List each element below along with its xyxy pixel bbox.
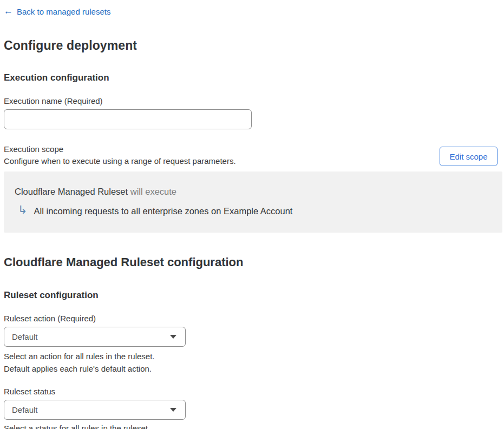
- ruleset-status-select[interactable]: Default: [4, 400, 186, 420]
- ruleset-configuration-title: Cloudflare Managed Ruleset configuration: [4, 255, 498, 269]
- hook-arrow-icon: ↳: [18, 204, 28, 216]
- ruleset-status-label: Ruleset status: [4, 386, 498, 397]
- page-title: Configure deployment: [4, 38, 498, 53]
- dropdown-caret-icon: [170, 335, 176, 339]
- execution-scope-label: Execution scope: [4, 143, 236, 155]
- ruleset-action-select[interactable]: Default: [4, 327, 186, 347]
- ruleset-configuration-subheading: Ruleset configuration: [4, 290, 498, 301]
- dropdown-caret-icon: [170, 408, 176, 412]
- execution-scope-text: Execution scope Configure when to execut…: [4, 143, 236, 167]
- execution-configuration-heading: Execution configuration: [4, 72, 498, 83]
- execution-name-input[interactable]: [4, 109, 252, 129]
- scope-summary-headline: Cloudflare Managed Ruleset will execute: [15, 186, 490, 197]
- back-arrow-icon: ←: [4, 6, 13, 16]
- edit-scope-button[interactable]: Edit scope: [440, 147, 498, 166]
- ruleset-action-selected-value: Default: [12, 332, 38, 341]
- ruleset-action-help-line1: Select an action for all rules in the ru…: [4, 351, 498, 363]
- execution-scope-description: Configure when to execute using a range …: [4, 155, 236, 167]
- ruleset-name-text: Cloudflare Managed Ruleset: [15, 187, 128, 196]
- scope-summary-panel: Cloudflare Managed Ruleset will execute …: [4, 171, 502, 233]
- back-to-managed-rulesets-link[interactable]: ← Back to managed rulesets: [4, 6, 110, 16]
- ruleset-action-label: Ruleset action (Required): [4, 313, 498, 324]
- ruleset-status-selected-value: Default: [12, 405, 38, 414]
- ruleset-action-help-line2: Default applies each rule's default acti…: [4, 363, 498, 375]
- ruleset-action-help: Select an action for all rules in the ru…: [4, 351, 498, 375]
- configure-deployment-page: ← Back to managed rulesets Configure dep…: [0, 0, 501, 429]
- scope-summary-text: All incoming requests to all enterprise …: [34, 204, 293, 217]
- execution-scope-row: Execution scope Configure when to execut…: [4, 143, 498, 167]
- will-execute-text: will execute: [128, 187, 176, 196]
- execution-name-label: Execution name (Required): [4, 96, 498, 107]
- back-link-label: Back to managed rulesets: [17, 7, 110, 16]
- ruleset-status-help: Select a status for all rules in the rul…: [4, 423, 498, 429]
- scope-summary-detail: ↳ All incoming requests to all enterpris…: [15, 204, 490, 217]
